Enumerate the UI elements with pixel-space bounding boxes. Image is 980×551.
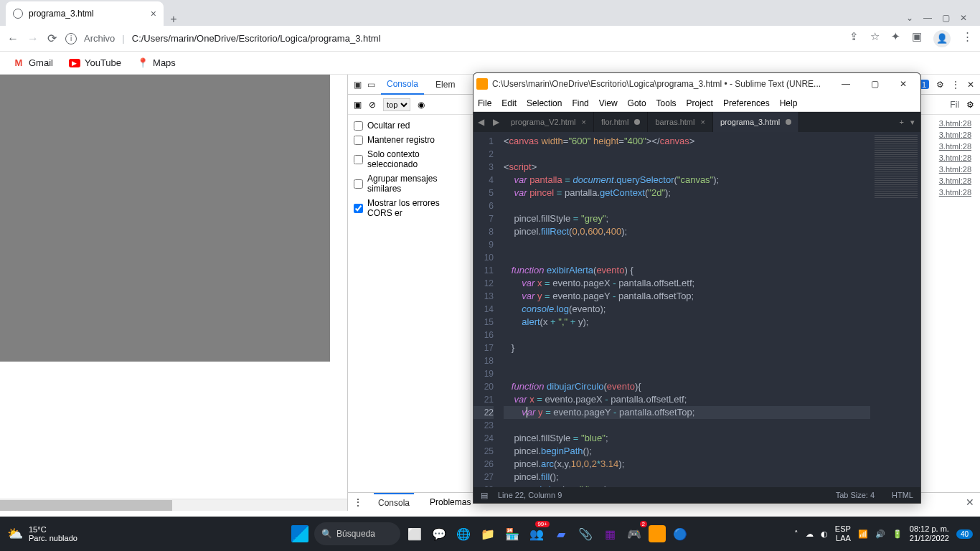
filter-input[interactable]: Fil xyxy=(950,100,959,110)
bookmark-gmail[interactable]: MGmail xyxy=(13,57,53,69)
menu-tools[interactable]: Tools xyxy=(656,98,677,108)
line-gutter[interactable]: 1234567891011121314151617181920212223242… xyxy=(473,132,499,487)
onenote-icon[interactable]: ▦ xyxy=(600,524,620,544)
drawer-tab-console[interactable]: Consola xyxy=(374,493,414,512)
sublime-menubar[interactable]: FileEditSelectionFindViewGotoToolsProjec… xyxy=(473,95,920,112)
profile-avatar[interactable]: 👤 xyxy=(933,30,951,47)
check-selected-context[interactable]: Solo contexto seleccionado xyxy=(354,149,465,169)
minimap[interactable] xyxy=(870,132,920,487)
taskbar-search[interactable]: 🔍Búsqueda xyxy=(314,522,400,545)
reload-button[interactable]: ⟳ xyxy=(47,32,57,45)
forward-button[interactable]: → xyxy=(27,32,39,45)
live-expression-icon[interactable]: ◉ xyxy=(418,100,425,110)
maximize-icon[interactable]: ▢ xyxy=(942,13,950,23)
task-view-icon[interactable]: ⬜ xyxy=(405,524,425,544)
bookmark-icon[interactable]: ☆ xyxy=(870,30,880,47)
console-clear-icon[interactable]: ⊘ xyxy=(369,100,376,110)
console-source-link[interactable]: 3.html:28 xyxy=(939,142,974,151)
chat-icon[interactable]: 💬 xyxy=(429,524,449,544)
device-toggle-icon[interactable]: ▭ xyxy=(367,80,375,90)
new-tab-button[interactable]: + xyxy=(164,13,184,26)
console-source-link[interactable]: 3.html:28 xyxy=(939,176,974,185)
file-tab[interactable]: flor.html xyxy=(594,112,649,132)
close-tab-icon[interactable]: × xyxy=(151,8,156,19)
discord-icon[interactable]: 🎮 xyxy=(624,524,644,544)
check-hide-network[interactable]: Ocultar red xyxy=(354,121,465,131)
menu-project[interactable]: Project xyxy=(687,98,713,108)
language-indicator[interactable]: ESPLAA xyxy=(835,524,851,543)
devtools-settings-icon[interactable]: ⚙ xyxy=(936,80,944,90)
start-button[interactable] xyxy=(290,524,310,544)
share-icon[interactable]: ⇪ xyxy=(849,30,859,47)
menu-find[interactable]: Find xyxy=(572,98,588,108)
menu-selection[interactable]: Selection xyxy=(527,98,562,108)
file-tab[interactable]: barras.html× xyxy=(648,112,712,132)
status-position[interactable]: Line 22, Column 9 xyxy=(498,491,562,499)
chrome-menu-icon[interactable]: ⋮ xyxy=(962,30,973,47)
file-tab[interactable]: programa_V2.html× xyxy=(504,112,594,132)
devtools-close-icon[interactable]: ✕ xyxy=(967,80,974,90)
clock[interactable]: 08:12 p. m.21/12/2022 xyxy=(910,524,949,543)
drawer-tab-problems[interactable]: Problemas xyxy=(425,493,475,512)
menu-edit[interactable]: Edit xyxy=(501,98,517,108)
battery-icon[interactable]: 🔋 xyxy=(892,529,903,539)
menu-preferences[interactable]: Preferences xyxy=(723,98,770,108)
console-source-link[interactable]: 3.html:28 xyxy=(939,188,974,197)
devtools-menu-icon[interactable]: ⋮ xyxy=(951,80,960,90)
chrome-taskbar-icon[interactable]: 🔵 xyxy=(670,524,690,544)
teams-icon[interactable]: 👥 xyxy=(527,524,547,544)
status-syntax[interactable]: HTML xyxy=(892,491,913,499)
sublime-maximize-icon[interactable]: ▢ xyxy=(860,79,889,89)
tab-elements[interactable]: Elem xyxy=(430,75,461,95)
check-cors-errors[interactable]: Mostrar los errores CORS er xyxy=(354,198,465,218)
console-source-link[interactable]: 3.html:28 xyxy=(939,119,974,128)
explorer-icon[interactable]: 📁 xyxy=(478,524,498,544)
sublime-close-icon[interactable]: ✕ xyxy=(889,79,918,89)
edge-icon[interactable]: 🌐 xyxy=(453,524,473,544)
close-tab-icon[interactable]: × xyxy=(582,118,586,126)
weather-widget[interactable]: ⛅ 15°C Parc. nublado xyxy=(0,525,85,542)
console-source-link[interactable]: 3.html:28 xyxy=(939,165,974,174)
code-area[interactable]: <canvas width="600" height="400"></canva… xyxy=(499,132,870,487)
tray-chevron-icon[interactable]: ˄ xyxy=(794,529,798,539)
horizontal-scrollbar[interactable] xyxy=(0,499,347,511)
check-keep-log[interactable]: Mantener registro xyxy=(354,135,465,145)
menu-view[interactable]: View xyxy=(599,98,618,108)
menu-file[interactable]: File xyxy=(478,98,491,108)
close-icon[interactable]: ✕ xyxy=(960,13,967,23)
menu-help[interactable]: Help xyxy=(780,98,798,108)
volume-icon[interactable]: 🔊 xyxy=(875,529,885,539)
store-icon[interactable]: 🏪 xyxy=(502,524,522,544)
office-icon[interactable]: 📎 xyxy=(575,524,595,544)
status-menu-icon[interactable]: ▤ xyxy=(481,491,488,500)
app-icon[interactable]: ▰ xyxy=(551,524,571,544)
check-group-similar[interactable]: Agrupar mensajes similares xyxy=(354,174,465,194)
canvas-element[interactable] xyxy=(0,75,330,362)
wifi-icon[interactable]: 📶 xyxy=(858,529,868,539)
context-select[interactable]: top xyxy=(383,98,410,111)
extensions-icon[interactable]: ✦ xyxy=(891,30,900,47)
bookmark-maps[interactable]: 📍Maps xyxy=(137,57,176,69)
inspect-icon[interactable]: ▣ xyxy=(354,80,362,90)
browser-tab[interactable]: programa_3.html × xyxy=(6,1,164,26)
info-icon[interactable]: i xyxy=(65,33,77,44)
sublime-taskbar-icon[interactable] xyxy=(649,525,666,542)
tab-prev-icon[interactable]: ◀ xyxy=(473,117,489,127)
back-button[interactable]: ← xyxy=(7,32,19,45)
console-source-link[interactable]: 3.html:28 xyxy=(939,154,974,162)
sublime-minimize-icon[interactable]: — xyxy=(831,79,860,89)
tab-next-icon[interactable]: ▶ xyxy=(489,117,504,127)
tab-console[interactable]: Consola xyxy=(381,75,424,95)
console-play-icon[interactable]: ▣ xyxy=(354,100,362,110)
side-panel-icon[interactable]: ▣ xyxy=(912,30,922,47)
chrome-dropdown-icon[interactable]: ⌄ xyxy=(906,13,913,23)
sublime-titlebar[interactable]: C:\Users\marin\OneDrive\Escritorio\Logic… xyxy=(473,73,920,95)
bookmark-youtube[interactable]: ▶YouTube xyxy=(69,57,121,68)
status-tab-size[interactable]: Tab Size: 4 xyxy=(836,491,875,499)
new-tab-icon[interactable]: + ▾ xyxy=(893,118,920,127)
address-bar[interactable]: i Archivo | C:/Users/marin/OneDrive/Escr… xyxy=(65,33,841,44)
drawer-close-icon[interactable]: ✕ xyxy=(966,496,974,508)
close-tab-icon[interactable]: × xyxy=(700,118,705,126)
notification-badge[interactable]: 40 xyxy=(956,529,973,539)
drawer-menu-icon[interactable]: ⋮ xyxy=(354,497,362,507)
